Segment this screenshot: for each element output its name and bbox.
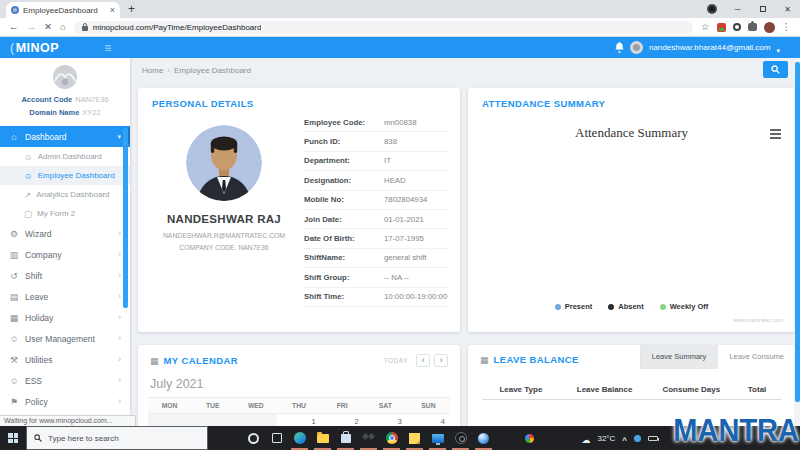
sidebar-item-label: Policy	[25, 397, 48, 407]
forward-icon[interactable]: →	[27, 22, 37, 32]
file-explorer-button[interactable]	[311, 426, 334, 450]
page-scrollbar-thumb[interactable]	[795, 62, 800, 402]
cortana-button[interactable]	[242, 426, 265, 450]
today-button[interactable]: TODAY	[384, 357, 408, 364]
hidden-icons-caret[interactable]	[622, 429, 627, 447]
sidebar-item-user-management[interactable]: User Management	[0, 328, 130, 349]
sidebar-item-leave[interactable]: Leave	[0, 286, 130, 307]
leave-tabs: Leave Summary Leave Consume	[640, 345, 795, 369]
main-content: Home›Employee Dashboard PERSONAL DETAILS	[130, 58, 800, 426]
camera-app-button[interactable]	[449, 426, 472, 450]
task-view-button[interactable]	[265, 426, 288, 450]
chart-menu-icon[interactable]	[770, 129, 781, 141]
monitor-icon	[432, 434, 444, 443]
sidebar-toggle-icon[interactable]	[104, 41, 111, 55]
calendar-day-cell[interactable]: 3	[364, 414, 407, 426]
field-value: 7802804934	[384, 195, 427, 204]
calendar-day-cell[interactable]: 1	[277, 414, 320, 426]
recorder-indicator-icon[interactable]	[707, 4, 717, 14]
browser-profile-avatar[interactable]	[764, 22, 775, 33]
bookmark-star-icon[interactable]: ☆	[701, 22, 710, 32]
weekday-header: TUE	[191, 398, 234, 413]
battery-icon[interactable]	[648, 436, 658, 441]
field-label: Department:	[304, 156, 384, 165]
legend-absent[interactable]: Absent	[608, 302, 643, 311]
browser-status-text: Waiting for www.minopcloud.com...	[0, 415, 136, 426]
browser-menu-dots-icon[interactable]: ⋮	[782, 22, 792, 32]
tab-close-icon[interactable]: ×	[110, 6, 115, 15]
sidebar-item-admin-dashboard[interactable]: Admin Dashboard	[0, 147, 130, 166]
calendar-day-cell[interactable]	[148, 414, 191, 426]
chevron-down-icon	[117, 132, 121, 141]
user-menu-caret-icon[interactable]	[776, 39, 780, 57]
weather-cloud-icon[interactable]	[581, 429, 590, 447]
tab-leave-summary[interactable]: Leave Summary	[640, 345, 718, 369]
chevron-right-icon	[118, 271, 121, 280]
calendar-day-cell[interactable]	[191, 414, 234, 426]
stop-loading-icon[interactable]: ✕	[44, 22, 52, 32]
sidebar-item-shift[interactable]: Shift	[0, 265, 130, 286]
notification-bell-icon[interactable]	[615, 42, 624, 53]
taskbar-search-input[interactable]: Type here to search	[26, 426, 208, 450]
sidebar-scrollbar-thumb[interactable]	[123, 128, 128, 308]
calendar-day-cell[interactable]: 2	[321, 414, 364, 426]
chevron-right-icon	[118, 229, 121, 238]
company-emblem-logo	[50, 63, 80, 93]
column-header: Leave Balance	[560, 385, 650, 394]
extension-ring-icon[interactable]	[733, 23, 741, 31]
sidebar-item-ess[interactable]: ESS	[0, 370, 130, 391]
calendar-day-cell[interactable]	[234, 414, 277, 426]
sidebar-item-utilities[interactable]: Utilities	[0, 349, 130, 370]
back-icon[interactable]: ←	[9, 22, 19, 32]
tab-leave-consume[interactable]: Leave Consume	[717, 345, 795, 369]
page-search-button[interactable]	[763, 61, 788, 78]
sidebar-item-employee-dashboard[interactable]: Employee Dashboard	[0, 166, 130, 185]
account-code-value: NAN7E36	[75, 95, 108, 104]
sidebar-item-holiday[interactable]: Holiday	[0, 307, 130, 328]
home-icon[interactable]: ⌂	[60, 22, 66, 32]
sidebar-item-label: Analytics Dashboard	[36, 190, 109, 199]
window-maximize-button[interactable]	[750, 5, 775, 14]
tray-dot-icon[interactable]	[634, 435, 641, 442]
calendar-next-icon[interactable]: ›	[434, 354, 448, 367]
sidebar-item-wizard[interactable]: Wizard	[0, 223, 130, 244]
company-code: COMPANY CODE. NAN7E36	[150, 244, 298, 251]
history-icon	[9, 271, 19, 281]
user-email[interactable]: nandeshwar.bharat44@gmail.com	[649, 43, 771, 52]
sidebar-item-analytics-dashboard[interactable]: Analytics Dashboard	[0, 185, 130, 204]
chart-title: Attendance Summary	[468, 111, 795, 141]
sidebar-item-company[interactable]: Company	[0, 244, 130, 265]
field-label: ShiftName:	[304, 253, 384, 262]
temperature-label[interactable]: 32°C	[597, 434, 615, 443]
page-scrollbar[interactable]	[794, 58, 800, 426]
tray-app-icon[interactable]	[525, 434, 534, 443]
calendar-prev-icon[interactable]: ‹	[416, 354, 430, 367]
user-avatar[interactable]	[630, 41, 643, 54]
url-field[interactable]: minopcloud.com/PayTime/EmployeeDashboard	[74, 21, 693, 34]
sticky-notes-button[interactable]	[403, 426, 426, 450]
extensions-puzzle-icon[interactable]	[748, 23, 757, 31]
adblock-extension-icon[interactable]	[717, 23, 726, 32]
window-close-button[interactable]: ✕	[775, 5, 800, 14]
store-button[interactable]	[334, 426, 357, 450]
sidebar-item-dashboard[interactable]: Dashboard	[0, 126, 130, 147]
chevron-right-icon	[118, 292, 121, 301]
window-minimize-button[interactable]: ─	[725, 5, 750, 14]
browser-tab[interactable]: EmployeeDashboard ×	[6, 2, 120, 18]
calendar-day-cell[interactable]: 4	[407, 414, 450, 426]
edge-button[interactable]	[288, 426, 311, 450]
new-tab-button[interactable]: +	[128, 2, 135, 16]
home-icon	[9, 132, 19, 142]
legend-present[interactable]: Present	[555, 302, 593, 311]
dropbox-button[interactable]	[357, 426, 380, 450]
remote-desktop-button[interactable]	[426, 426, 449, 450]
legend-weekly-off[interactable]: Weekly Off	[660, 302, 709, 311]
sidebar-item-policy[interactable]: Policy	[0, 391, 130, 412]
account-code-label: Account Code	[21, 95, 72, 104]
breadcrumb-home[interactable]: Home	[142, 66, 163, 75]
start-button[interactable]	[0, 433, 26, 443]
field-label: Punch ID:	[304, 137, 384, 146]
sidebar-item-my-form-2[interactable]: My Form 2	[0, 204, 130, 223]
globe-app-button[interactable]	[472, 426, 495, 450]
chrome-button[interactable]	[380, 426, 403, 450]
